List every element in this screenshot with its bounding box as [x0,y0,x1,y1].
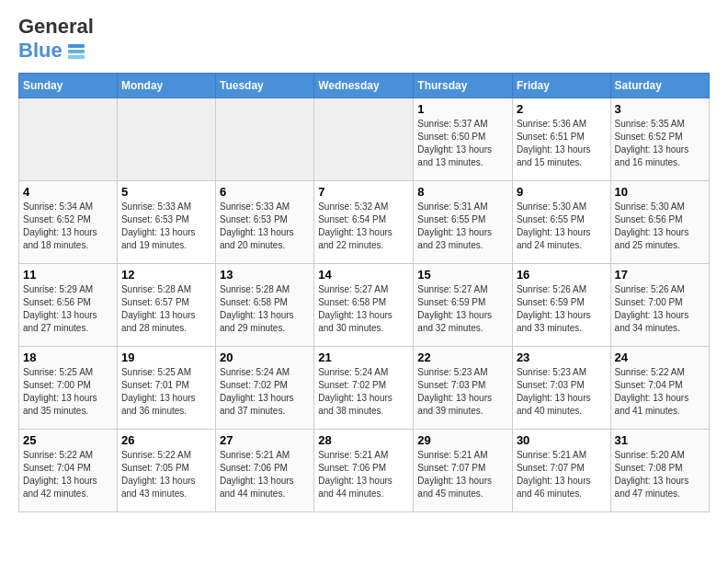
day-info: Sunrise: 5:36 AMSunset: 6:51 PMDaylight:… [517,118,607,169]
day-number: 5 [121,185,211,199]
logo-blue-text: Blue [18,39,63,63]
day-info: Sunrise: 5:33 AMSunset: 6:53 PMDaylight:… [220,201,310,252]
day-number: 8 [417,185,508,199]
calendar-cell: 26Sunrise: 5:22 AMSunset: 7:05 PMDayligh… [117,429,215,511]
calendar-cell: 16Sunrise: 5:26 AMSunset: 6:59 PMDayligh… [512,263,610,346]
calendar-cell: 20Sunrise: 5:24 AMSunset: 7:02 PMDayligh… [216,346,314,429]
day-info: Sunrise: 5:24 AMSunset: 7:02 PMDaylight:… [318,366,409,418]
day-info: Sunrise: 5:30 AMSunset: 6:55 PMDaylight:… [517,201,607,252]
day-number: 12 [121,268,211,282]
weekday-header-monday: Monday [117,73,215,98]
day-number: 4 [23,185,113,199]
logo: General Blue [18,15,94,63]
calendar-cell: 24Sunrise: 5:22 AMSunset: 7:04 PMDayligh… [610,346,709,429]
day-info: Sunrise: 5:22 AMSunset: 7:05 PMDaylight:… [121,449,211,500]
weekday-header-tuesday: Tuesday [216,73,314,98]
day-number: 26 [121,433,211,447]
week-row-5: 25Sunrise: 5:22 AMSunset: 7:04 PMDayligh… [19,429,710,511]
calendar-cell: 25Sunrise: 5:22 AMSunset: 7:04 PMDayligh… [19,429,118,511]
week-row-2: 4Sunrise: 5:34 AMSunset: 6:52 PMDaylight… [19,180,710,263]
day-info: Sunrise: 5:28 AMSunset: 6:57 PMDaylight:… [121,283,211,335]
calendar-cell: 31Sunrise: 5:20 AMSunset: 7:08 PMDayligh… [610,429,709,511]
day-number: 24 [615,350,705,364]
day-info: Sunrise: 5:25 AMSunset: 7:01 PMDaylight:… [121,366,211,418]
day-number: 30 [517,433,607,447]
day-info: Sunrise: 5:21 AMSunset: 7:07 PMDaylight:… [417,449,508,500]
weekday-header-sunday: Sunday [19,73,118,98]
calendar-cell: 21Sunrise: 5:24 AMSunset: 7:02 PMDayligh… [314,346,414,429]
day-number: 16 [517,268,607,282]
calendar-cell: 6Sunrise: 5:33 AMSunset: 6:53 PMDaylight… [216,180,314,263]
day-number: 14 [318,268,409,282]
calendar-cell [117,98,215,180]
weekday-header-saturday: Saturday [610,73,709,98]
day-number: 17 [615,268,705,282]
day-number: 10 [615,185,705,199]
weekday-header-thursday: Thursday [414,73,513,98]
weekday-header-wednesday: Wednesday [314,73,414,98]
logo-flag-icon [68,44,85,59]
day-info: Sunrise: 5:22 AMSunset: 7:04 PMDaylight:… [23,449,113,500]
day-info: Sunrise: 5:21 AMSunset: 7:07 PMDaylight:… [517,449,607,500]
day-info: Sunrise: 5:27 AMSunset: 6:59 PMDaylight:… [417,283,508,335]
day-number: 3 [615,102,705,116]
day-info: Sunrise: 5:31 AMSunset: 6:55 PMDaylight:… [417,201,508,252]
day-number: 27 [220,433,310,447]
calendar-cell: 19Sunrise: 5:25 AMSunset: 7:01 PMDayligh… [117,346,215,429]
calendar-cell: 15Sunrise: 5:27 AMSunset: 6:59 PMDayligh… [414,263,513,346]
calendar-cell: 30Sunrise: 5:21 AMSunset: 7:07 PMDayligh… [512,429,610,511]
day-number: 25 [23,433,113,447]
calendar-cell: 2Sunrise: 5:36 AMSunset: 6:51 PMDaylight… [512,98,610,180]
day-info: Sunrise: 5:21 AMSunset: 7:06 PMDaylight:… [318,449,409,500]
calendar-cell [314,98,414,180]
calendar-table: SundayMondayTuesdayWednesdayThursdayFrid… [18,73,710,512]
logo-text: General Blue [18,15,94,63]
day-info: Sunrise: 5:26 AMSunset: 7:00 PMDaylight:… [615,283,705,335]
calendar-cell: 8Sunrise: 5:31 AMSunset: 6:55 PMDaylight… [414,180,513,263]
calendar-cell: 9Sunrise: 5:30 AMSunset: 6:55 PMDaylight… [512,180,610,263]
calendar-cell: 3Sunrise: 5:35 AMSunset: 6:52 PMDaylight… [610,98,709,180]
weekday-header-row: SundayMondayTuesdayWednesdayThursdayFrid… [19,73,710,98]
day-number: 6 [220,185,310,199]
day-info: Sunrise: 5:25 AMSunset: 7:00 PMDaylight:… [23,366,113,418]
day-info: Sunrise: 5:28 AMSunset: 6:58 PMDaylight:… [220,283,310,335]
day-number: 31 [615,433,705,447]
week-row-1: 1Sunrise: 5:37 AMSunset: 6:50 PMDaylight… [19,98,710,180]
day-info: Sunrise: 5:23 AMSunset: 7:03 PMDaylight:… [417,366,508,418]
day-number: 20 [220,350,310,364]
calendar-cell: 28Sunrise: 5:21 AMSunset: 7:06 PMDayligh… [314,429,414,511]
week-row-4: 18Sunrise: 5:25 AMSunset: 7:00 PMDayligh… [19,346,710,429]
header: General Blue [18,15,710,63]
calendar-cell: 18Sunrise: 5:25 AMSunset: 7:00 PMDayligh… [19,346,118,429]
page: General Blue SundayMondayTuesdayWednesda… [0,0,728,527]
calendar-cell: 4Sunrise: 5:34 AMSunset: 6:52 PMDaylight… [19,180,118,263]
calendar-cell: 14Sunrise: 5:27 AMSunset: 6:58 PMDayligh… [314,263,414,346]
day-info: Sunrise: 5:32 AMSunset: 6:54 PMDaylight:… [318,201,409,252]
calendar-cell: 17Sunrise: 5:26 AMSunset: 7:00 PMDayligh… [610,263,709,346]
day-number: 11 [23,268,113,282]
day-number: 15 [417,268,508,282]
calendar-cell: 10Sunrise: 5:30 AMSunset: 6:56 PMDayligh… [610,180,709,263]
calendar-cell: 7Sunrise: 5:32 AMSunset: 6:54 PMDaylight… [314,180,414,263]
day-info: Sunrise: 5:26 AMSunset: 6:59 PMDaylight:… [517,283,607,335]
weekday-header-friday: Friday [512,73,610,98]
calendar-cell: 5Sunrise: 5:33 AMSunset: 6:53 PMDaylight… [117,180,215,263]
day-info: Sunrise: 5:34 AMSunset: 6:52 PMDaylight:… [23,201,113,252]
calendar-cell [19,98,118,180]
day-info: Sunrise: 5:21 AMSunset: 7:06 PMDaylight:… [220,449,310,500]
day-info: Sunrise: 5:20 AMSunset: 7:08 PMDaylight:… [615,449,705,500]
day-info: Sunrise: 5:30 AMSunset: 6:56 PMDaylight:… [615,201,705,252]
calendar-cell [216,98,314,180]
logo-blue-line: Blue [18,39,94,63]
day-number: 29 [417,433,508,447]
day-number: 18 [23,350,113,364]
week-row-3: 11Sunrise: 5:29 AMSunset: 6:56 PMDayligh… [19,263,710,346]
day-info: Sunrise: 5:37 AMSunset: 6:50 PMDaylight:… [417,118,508,169]
day-number: 19 [121,350,211,364]
calendar-cell: 27Sunrise: 5:21 AMSunset: 7:06 PMDayligh… [216,429,314,511]
day-number: 22 [417,350,508,364]
day-info: Sunrise: 5:23 AMSunset: 7:03 PMDaylight:… [517,366,607,418]
day-number: 7 [318,185,409,199]
day-number: 23 [517,350,607,364]
logo-general: General [18,15,94,38]
